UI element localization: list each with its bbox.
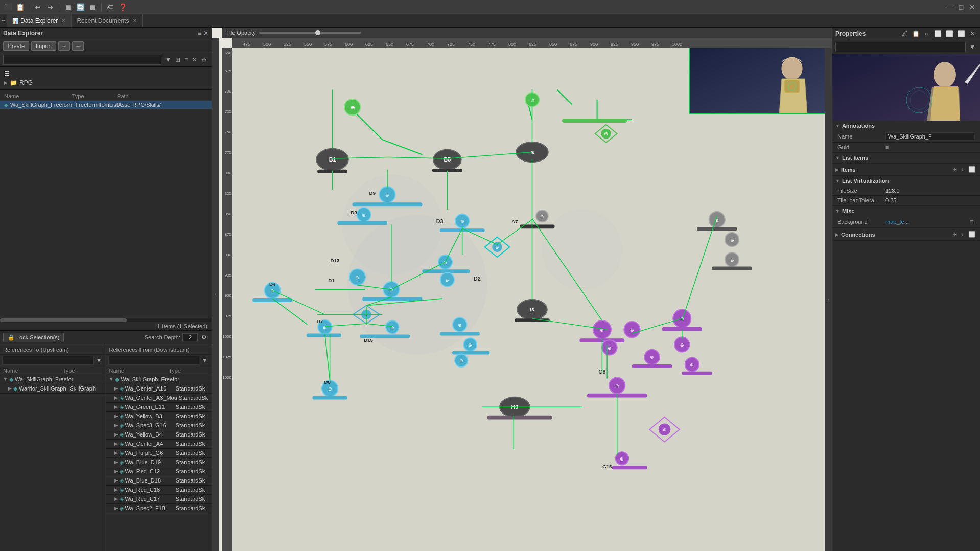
search-filter-icon[interactable]: ▼ xyxy=(164,56,173,64)
prop-tool-resize[interactable]: ↔ xyxy=(922,30,931,38)
create-button[interactable]: Create xyxy=(3,41,29,51)
toolbar-maximize[interactable]: □ xyxy=(956,3,966,12)
import-button[interactable]: Import xyxy=(31,41,56,51)
tab-close-recent-docs[interactable]: ✕ xyxy=(133,18,137,24)
forward-button[interactable]: → xyxy=(72,41,84,51)
right-panel-close[interactable]: ✕ xyxy=(969,30,977,38)
upstream-row-0[interactable]: ▼ ◆ Wa_SkillGraph_Freefor xyxy=(0,375,106,384)
opacity-thumb[interactable] xyxy=(315,30,320,35)
items-header[interactable]: ▶ Items ⊞ + ⬜ xyxy=(832,164,980,175)
downstream-row-14[interactable]: ▶ ◈ Wa_Spec2_F18 StandardSk xyxy=(106,504,212,513)
toolbar-redo[interactable]: ↪ xyxy=(45,3,55,12)
downstream-row-0[interactable]: ▼ ◆ Wa_SkillGraph_Freefor xyxy=(106,375,212,384)
tree-arrow-rpg: ▶ xyxy=(4,80,8,85)
right-scroll[interactable]: ▼ Annotations Name Guid ≡ ▼ List Items xyxy=(832,121,980,551)
canvas-collapse-right[interactable]: › xyxy=(825,38,832,551)
upstream-expand-0[interactable]: ▼ xyxy=(3,377,8,382)
items-grid-icon[interactable]: ⊞ xyxy=(951,166,959,173)
downstream-search-input[interactable] xyxy=(108,356,200,365)
canvas-content[interactable]: 475 500 525 550 575 600 625 650 675 700 … xyxy=(222,38,832,551)
downstream-row-8[interactable]: ▶ ◈ Wa_Purple_G6 StandardSk xyxy=(106,449,212,458)
tab-recent-docs[interactable]: Recent Documents ✕ xyxy=(72,14,143,27)
canvas-collapse-left[interactable]: ‹ xyxy=(212,38,219,551)
prop-tool-2[interactable]: ⬜ xyxy=(944,30,955,38)
listitems-header[interactable]: ▼ List Items xyxy=(832,153,980,163)
prop-name-input[interactable] xyxy=(885,132,975,141)
tab-data-explorer[interactable]: 📊 Data Explorer ✕ xyxy=(7,14,72,27)
toolbar-help[interactable]: ❓ xyxy=(118,3,127,12)
connections-grid-icon[interactable]: ⊞ xyxy=(951,231,959,238)
refs-layout: References To (Upstream) ▼ Name Type ▼ ◆… xyxy=(0,345,212,552)
misc-header[interactable]: ▼ Misc xyxy=(832,206,980,216)
toolbar-tag[interactable]: 🏷 xyxy=(106,3,115,12)
tree-item-rpg[interactable]: ▶ 📁 RPG xyxy=(0,78,212,87)
items-menu-icon[interactable]: ⬜ xyxy=(967,166,977,173)
toolbar-minimize[interactable]: — xyxy=(945,3,954,12)
h-scroll-thumb[interactable] xyxy=(0,318,127,322)
depth-settings-icon[interactable]: ⚙ xyxy=(200,333,208,341)
search-input[interactable] xyxy=(3,55,161,65)
connections-menu-icon[interactable]: ⬜ xyxy=(967,231,977,238)
downstream-row-12[interactable]: ▶ ◈ Wa_Red_C18 StandardSk xyxy=(106,486,212,495)
center-canvas[interactable]: Tile Opacity 475 500 525 550 575 600 625… xyxy=(212,28,832,551)
downstream-row-1[interactable]: ▶ ◈ Wa_Center_A10 StandardSk xyxy=(106,384,212,394)
table-row-0[interactable]: ◆ Wa_SkillGraph_Freeform FreeformItemLis… xyxy=(0,101,212,109)
downstream-row-6[interactable]: ▶ ◈ Wa_Yellow_B4 StandardSk xyxy=(106,430,212,440)
search-list-icon[interactable]: ≡ xyxy=(183,56,190,64)
toolbar-icon-1[interactable]: ⬛ xyxy=(3,3,12,12)
props-search-dropdown[interactable]: ▼ xyxy=(968,43,977,51)
lock-selection-button[interactable]: 🔒 Lock Selection(s) xyxy=(3,333,64,342)
svg-rect-106 xyxy=(587,394,647,398)
left-panel-close[interactable]: ✕ xyxy=(203,30,208,37)
sidebar-toggle[interactable]: ☰ xyxy=(0,14,7,27)
search-grid-icon[interactable]: ⊞ xyxy=(174,56,182,64)
downstream-row-3[interactable]: ▶ ◈ Wa_Green_E11 StandardSk xyxy=(106,403,212,412)
downstream-row-10[interactable]: ▶ ◈ Wa_Red_C12 StandardSk xyxy=(106,467,212,476)
tab-close-data-explorer[interactable]: ✕ xyxy=(62,18,66,24)
downstream-search-dropdown[interactable]: ▼ xyxy=(200,356,209,364)
prop-tool-copy[interactable]: 📋 xyxy=(911,30,921,38)
toolbar-refresh[interactable]: 🔄 xyxy=(76,3,85,12)
prop-tool-pen[interactable]: 🖊 xyxy=(900,30,909,38)
background-menu-icon[interactable]: ≡ xyxy=(968,218,975,226)
connections-header[interactable]: ▶ Connections ⊞ + ⬜ xyxy=(832,228,980,240)
downstream-row-2[interactable]: ▶ ◈ Wa_Center_A3_Mou StandardSk xyxy=(106,394,212,403)
h-scrollbar[interactable] xyxy=(0,318,212,322)
listvirt-header[interactable]: ▼ List Virtualization xyxy=(832,176,980,186)
toolbar-close[interactable]: ✕ xyxy=(968,3,977,12)
downstream-panel: References From (Downstream) ▼ Name Type… xyxy=(106,345,212,552)
downstream-row-13[interactable]: ▶ ◈ Wa_Red_C17 StandardSk xyxy=(106,495,212,504)
properties-search-input[interactable] xyxy=(835,42,966,52)
search-settings-icon[interactable]: ⚙ xyxy=(200,56,208,64)
toolbar-icon-3[interactable]: ⏹ xyxy=(88,3,97,12)
downstream-row-11[interactable]: ▶ ◈ Wa_Blue_D18 StandardSk xyxy=(106,476,212,486)
ds-expand-1[interactable]: ▶ xyxy=(114,386,118,391)
upstream-row-1[interactable]: ▶ ◆ Warrior_SkillGraph SkillGraph xyxy=(0,384,106,394)
downstream-row-9[interactable]: ▶ ◈ Wa_Blue_D19 StandardSk xyxy=(106,458,212,467)
downstream-row-7[interactable]: ▶ ◈ Wa_Center_A4 StandardSk xyxy=(106,440,212,449)
upstream-expand-1[interactable]: ▶ xyxy=(8,386,12,391)
svg-point-80 xyxy=(464,338,477,351)
downstream-row-5[interactable]: ▶ ◈ Wa_Spec3_G16 StandardSk xyxy=(106,421,212,430)
upstream-search-dropdown[interactable]: ▼ xyxy=(95,356,104,364)
downstream-row-4[interactable]: ▶ ◈ Wa_Yellow_B3 StandardSk xyxy=(106,412,212,421)
back-button[interactable]: ← xyxy=(58,41,70,51)
tile-opacity-bar: Tile Opacity xyxy=(222,28,832,38)
connections-add-icon[interactable]: + xyxy=(960,231,966,238)
toolbar-stop[interactable]: ⏹ xyxy=(63,3,73,12)
depth-input[interactable] xyxy=(182,333,198,341)
upstream-search-input[interactable] xyxy=(2,356,94,365)
viewport[interactable]: ⊕ ⊕ ⊕ ⊕ B1 B5 xyxy=(232,48,832,551)
downstream-expand-0[interactable]: ▼ xyxy=(109,377,114,382)
toolbar-icon-2[interactable]: 📋 xyxy=(15,3,25,12)
prop-tool-3[interactable]: ⬜ xyxy=(956,30,967,38)
items-add-icon[interactable]: + xyxy=(960,166,966,173)
toolbar-undo[interactable]: ↩ xyxy=(33,3,42,12)
search-clear-icon[interactable]: ✕ xyxy=(191,56,199,64)
svg-text:⊕: ⊕ xyxy=(270,288,274,293)
annotations-header[interactable]: ▼ Annotations xyxy=(832,121,980,131)
opacity-slider[interactable] xyxy=(259,32,361,34)
guid-menu-icon[interactable]: ≡ xyxy=(885,144,889,150)
prop-tool-1[interactable]: ⬜ xyxy=(932,30,943,38)
left-panel-menu[interactable]: ≡ xyxy=(198,30,201,37)
